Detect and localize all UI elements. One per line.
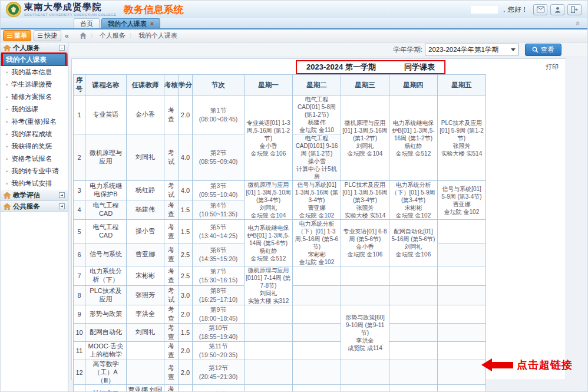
period-line: (08:55~09:40) <box>194 157 243 166</box>
sidebar-item-label: 学生选课缴费 <box>11 80 52 89</box>
bullet-icon: • <box>6 119 8 125</box>
bullet-icon: • <box>6 131 8 137</box>
class-info-line: 电气工程CAD[0101] 9-16周 (第1-2节) <box>294 134 339 157</box>
view-button-label: 查看 <box>541 45 554 54</box>
credit-value: 1.5 <box>179 200 193 220</box>
sidebar-group-header[interactable]: 教学评估 <box>1 190 68 201</box>
expand-icon[interactable] <box>59 192 65 198</box>
day-class-cell <box>389 385 438 392</box>
teacher-name: 杨红静 <box>127 181 164 200</box>
class-info-line: 曹亚娜 <box>439 200 484 208</box>
day-class-cell: PLC技术及应用[01] 5-9周 (第1-2节)张照芳实验大楼 实514 <box>438 95 486 181</box>
menu-button[interactable]: 菜单 <box>3 30 31 41</box>
college-logo-icon <box>6 2 21 17</box>
class-info-line: 金坛院 金512 <box>246 255 291 262</box>
sidebar-item[interactable]: 我的个人课表 <box>1 54 68 66</box>
sidebar-group-label: 公共服务 <box>13 202 40 211</box>
class-info-line: 宋彬彬 <box>391 204 436 212</box>
tab-my-timetable[interactable]: 我的个人课表 × <box>101 18 160 28</box>
assessment-type: 考查 <box>164 220 179 243</box>
class-info-line: PLC技术及应用[01] 1-3周,5-16周 (第3-4节) <box>342 181 388 204</box>
quick-button[interactable]: 快捷 <box>34 30 61 41</box>
course-name: 电气工程CAD <box>85 220 127 243</box>
assessment-type: 考试 <box>164 134 179 181</box>
period-line: (09:55~10:40) <box>194 190 243 199</box>
sidebar-item-label: 我的选课 <box>11 105 38 114</box>
day-class-cell <box>293 342 341 360</box>
mail-icon[interactable] <box>533 4 547 15</box>
day-class-cell <box>438 342 486 360</box>
day-class-cell <box>438 286 486 305</box>
term-filter-label: 学年学期: <box>394 45 422 54</box>
college-name: 東南大學成贤學院 <box>24 3 117 12</box>
college-subtitle: SOUTHEAST UNIVERSITY CHENGXIAN COLLEGE <box>24 13 117 17</box>
course-name[interactable]: 认识实习 <box>85 385 127 392</box>
breadcrumb-item-personal-services[interactable]: 个人服务 <box>100 31 125 40</box>
sidebar-item[interactable]: •我的考试安排 <box>1 177 68 190</box>
day-class-cell <box>245 385 293 392</box>
sidebar-item[interactable]: •我的转专业申请 <box>1 165 68 177</box>
college-block: 東南大學成贤學院 SOUTHEAST UNIVERSITY CHENGXIAN … <box>24 3 117 17</box>
column-header: 节次 <box>193 75 245 95</box>
breadcrumb-item-my-timetable[interactable]: 我的个人课表 <box>138 31 177 40</box>
class-info-line: 金坛院 金110 <box>294 126 339 134</box>
day-class-cell <box>389 266 438 286</box>
sidebar-item-label: 补考(重修)报名 <box>11 117 57 126</box>
class-info-line: 金坛院 金102 <box>391 212 436 219</box>
sidebar-item[interactable]: •辅修方案报名 <box>1 91 68 103</box>
day-class-cell <box>293 286 341 305</box>
sidebar-item[interactable]: •资格考试报名 <box>1 153 68 165</box>
period: 第5节(13:40~14:25) <box>193 220 245 243</box>
period-line: (16:25~17:10) <box>194 295 243 304</box>
timetable-title-type: 同学课表 <box>404 62 435 73</box>
teacher-name: 刘同礼 <box>127 134 164 181</box>
sidebar-item[interactable]: •我的基本信息 <box>1 66 68 78</box>
collapse-icon[interactable] <box>59 45 65 51</box>
day-class-cell: 信号与系统[01] 5-9周 (第3-4节)曹亚娜金坛院 金102 <box>438 181 486 220</box>
username-redacted <box>471 6 498 14</box>
logout-icon[interactable] <box>567 4 582 15</box>
day-class-cell: 微机原理与应用[01] 1-3周,5-16周 (第1-2节)刘同礼金坛院 金10… <box>341 95 389 181</box>
tab-home[interactable]: 首页 <box>74 18 100 28</box>
user-icon[interactable] <box>550 4 564 15</box>
class-info-line: 信号与系统[01] 5-9周 (第3-4节) <box>439 185 484 200</box>
period-line: (08:00~08:45) <box>194 115 243 124</box>
home-icon[interactable] <box>80 32 87 39</box>
class-info-line: 曹亚娜 <box>294 204 339 212</box>
row-number: 9 <box>74 305 85 324</box>
period-line: (20:45~21:30) <box>194 373 243 381</box>
sidebar-item[interactable]: •我的课程成绩 <box>1 128 68 140</box>
collapse-header-icon[interactable]: « <box>574 21 583 25</box>
sidebar-item[interactable]: •补考(重修)报名 <box>1 116 68 128</box>
sidebar-item[interactable]: •我获得的奖惩 <box>1 140 68 153</box>
class-info-line: 专业英语[01] 1-3周,5-16周 (第1-2节) <box>246 119 291 142</box>
tab-close-icon[interactable]: × <box>150 21 154 27</box>
collapse-sidebar-icon[interactable]: « <box>65 32 69 40</box>
expand-icon[interactable] <box>59 203 65 209</box>
day-class-cell <box>341 360 389 385</box>
sidebar-item[interactable]: •我的选课 <box>1 103 68 116</box>
day-class-cell <box>389 342 438 360</box>
table-row: 10配网自动化刘同礼考查1.5第10节(18:55~19:40) <box>74 324 486 342</box>
print-link[interactable]: 打印 <box>546 62 559 71</box>
period-line: 第1节 <box>194 106 243 115</box>
day-class-cell <box>245 324 293 342</box>
period-line: 第6节 <box>194 246 243 255</box>
column-header: 考核 <box>164 75 179 95</box>
day-class-cell <box>245 360 293 385</box>
period-line: (14:35~15:20) <box>194 255 243 263</box>
annotation-click-hint: 点击超链接 <box>481 358 573 372</box>
bullet-icon: • <box>6 156 8 162</box>
sidebar-item[interactable]: •学生选课缴费 <box>1 78 68 91</box>
assessment-type: 考查 <box>164 243 179 266</box>
view-button[interactable]: 查看 <box>525 44 561 56</box>
bullet-icon: • <box>6 169 8 174</box>
period: 第12节(20:45~21:30) <box>193 360 245 385</box>
day-class-cell: PLC技术及应用[01] 1-3周,5-16周 (第3-4节)张照芳实验大楼 实… <box>341 181 389 220</box>
sidebar-group-header[interactable]: 个人服务 <box>1 42 68 54</box>
term-select[interactable]: 2023-2024学年第1学期 <box>425 44 519 55</box>
sidebar-item-label: 我的基本信息 <box>11 68 52 77</box>
sidebar-group-header[interactable]: 公共服务 <box>1 201 68 212</box>
row-number: 3 <box>74 181 85 200</box>
sidebar-group-label: 教学评估 <box>13 191 40 200</box>
